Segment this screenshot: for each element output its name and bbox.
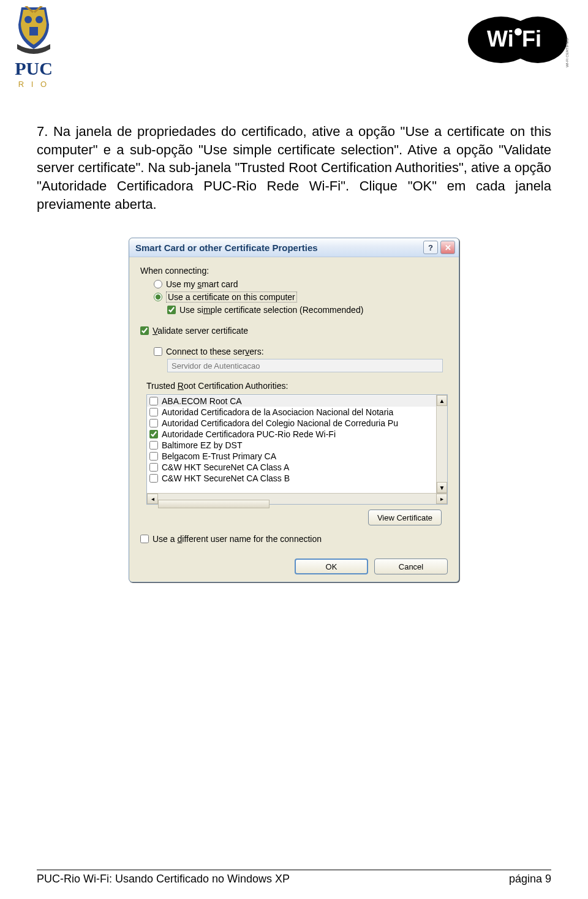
connect-servers-row[interactable]: Connect to these servers:: [154, 347, 448, 356]
ca-row[interactable]: C&W HKT SecureNet CA Class B: [147, 473, 447, 484]
svg-point-9: [514, 28, 522, 36]
use-cert-computer-radio[interactable]: [154, 293, 162, 301]
ca-row[interactable]: C&W HKT SecureNet CA Class A: [147, 462, 447, 473]
ca-label: Belgacom E-Trust Primary CA: [162, 451, 276, 461]
instruction-paragraph: 7. Na janela de propriedades do certific…: [0, 92, 588, 213]
ca-checkbox[interactable]: [149, 419, 158, 427]
ca-row[interactable]: Autoridade Certificadora PUC-Rio Rede Wi…: [147, 429, 447, 440]
svg-point-0: [24, 16, 32, 23]
ok-button[interactable]: OK: [295, 559, 368, 574]
simple-selection-row[interactable]: Use simple certificate selection (Recomm…: [167, 305, 448, 315]
ca-row[interactable]: Baltimore EZ by DST: [147, 440, 447, 451]
wifi-alliance-logo: Wi Fi ALLIANCE WI-FI CERTIFIED: [466, 6, 570, 73]
servers-input[interactable]: [167, 359, 443, 372]
connect-servers-checkbox[interactable]: [154, 347, 162, 356]
svg-rect-2: [29, 27, 38, 36]
cancel-button[interactable]: Cancel: [374, 559, 448, 574]
validate-server-checkbox[interactable]: [140, 326, 149, 335]
svg-text:WI-FI CERTIFIED: WI-FI CERTIFIED: [565, 37, 569, 67]
use-smart-card-label: Use my smart card: [166, 279, 238, 289]
ca-checkbox[interactable]: [149, 430, 158, 438]
scroll-thumb[interactable]: [158, 500, 270, 508]
ca-label: C&W HKT SecureNet CA Class A: [162, 462, 289, 472]
ca-label: Autoridad Certificadora del Colegio Naci…: [162, 418, 398, 428]
scroll-up-button[interactable]: ▲: [437, 395, 447, 406]
ca-label: Autoridad Certificadora de la Asociacion…: [162, 407, 393, 417]
ca-row[interactable]: ABA.ECOM Root CA: [147, 396, 447, 407]
validate-server-row[interactable]: Validate server certificate: [140, 326, 448, 336]
ca-checkbox[interactable]: [149, 408, 158, 416]
ca-label: C&W HKT SecureNet CA Class B: [162, 473, 290, 483]
use-smart-card-radio[interactable]: [154, 280, 162, 288]
different-user-row[interactable]: Use a different user name for the connec…: [140, 534, 448, 544]
help-button[interactable]: ?: [423, 241, 438, 254]
page-footer: PUC-Rio Wi-Fi: Usando Certificado no Win…: [37, 870, 551, 886]
trusted-root-label: Trusted Root Certification Authorities:: [146, 381, 448, 391]
ca-checkbox[interactable]: [149, 463, 158, 472]
certificate-properties-dialog: Smart Card or other Certificate Properti…: [129, 238, 459, 582]
paragraph-text: 7. Na janela de propriedades do certific…: [37, 124, 551, 212]
puc-rio-logo: PUC R I O: [6, 6, 61, 92]
ca-label: Baltimore EZ by DST: [162, 440, 242, 450]
titlebar-buttons: ? ✕: [423, 241, 455, 254]
svg-point-10: [514, 44, 522, 51]
ca-row[interactable]: Autoridad Certificadora de la Asociacion…: [147, 407, 447, 418]
validate-server-label: Validate server certificate: [153, 326, 248, 336]
ca-checkbox[interactable]: [149, 474, 158, 483]
when-connecting-label: When connecting:: [140, 266, 448, 276]
horizontal-scrollbar[interactable]: ◂ ▸: [147, 493, 447, 504]
ca-row[interactable]: Belgacom E-Trust Primary CA: [147, 451, 447, 462]
ca-label: ABA.ECOM Root CA: [162, 396, 242, 406]
close-button[interactable]: ✕: [440, 241, 455, 254]
use-smart-card-row[interactable]: Use my smart card: [154, 279, 448, 289]
vertical-scrollbar[interactable]: ▲ ▼: [436, 395, 447, 493]
different-user-checkbox[interactable]: [140, 535, 149, 543]
ca-label: Autoridade Certificadora PUC-Rio Rede Wi…: [162, 429, 336, 439]
svg-point-1: [36, 16, 43, 23]
footer-right: página 9: [509, 873, 551, 886]
puc-text: PUC: [15, 58, 53, 78]
ca-row[interactable]: Autoridad Certificadora del Colegio Naci…: [147, 418, 447, 429]
scroll-left-button[interactable]: ◂: [147, 494, 158, 504]
use-cert-computer-row[interactable]: Use a certificate on this computer: [154, 292, 448, 303]
svg-text:Fi: Fi: [522, 26, 541, 51]
simple-selection-label: Use simple certificate selection (Recomm…: [179, 305, 363, 315]
different-user-label: Use a different user name for the connec…: [153, 534, 322, 544]
ca-checkbox[interactable]: [149, 441, 158, 450]
scroll-right-button[interactable]: ▸: [436, 494, 447, 504]
footer-left: PUC-Rio Wi-Fi: Usando Certificado no Win…: [37, 873, 290, 886]
dialog-titlebar: Smart Card or other Certificate Properti…: [129, 238, 459, 257]
ca-checkbox[interactable]: [149, 397, 158, 405]
scroll-down-button[interactable]: ▼: [437, 482, 447, 493]
page-header: PUC R I O Wi Fi ALLIANCE WI-FI CERTIFIED: [0, 0, 588, 92]
ca-checkbox[interactable]: [149, 452, 158, 461]
ca-listbox[interactable]: ABA.ECOM Root CAAutoridad Certificadora …: [146, 394, 448, 505]
use-cert-computer-label: Use a certificate on this computer: [166, 292, 297, 303]
connect-servers-label: Connect to these servers:: [166, 347, 264, 356]
simple-selection-checkbox[interactable]: [167, 306, 176, 314]
view-certificate-button[interactable]: View Certificate: [368, 510, 442, 525]
dialog-title: Smart Card or other Certificate Properti…: [135, 243, 318, 253]
svg-text:Wi: Wi: [487, 26, 514, 51]
rio-text: R I O: [18, 80, 49, 89]
